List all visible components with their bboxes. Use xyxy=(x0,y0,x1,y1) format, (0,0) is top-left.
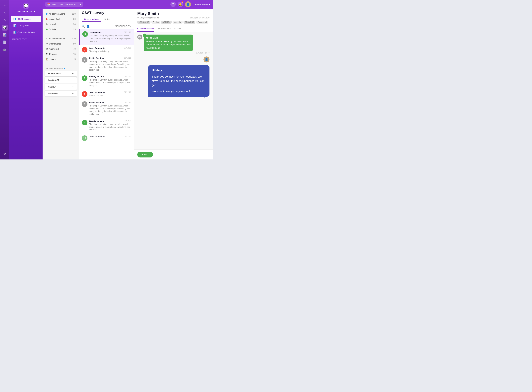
date-range-text: 16 OCT 2020 - 16 FEB 2021 xyxy=(51,3,79,6)
answered-icon: ✉ xyxy=(46,48,48,50)
email-icon: ✉ xyxy=(137,17,139,19)
filter-unanswered[interactable]: ✉ Unanswered 50 xyxy=(43,41,79,46)
sidebar: 💬 CONVERSATIONS 📊 CSAT survey 📊 Survey N… xyxy=(9,0,43,159)
sidebar-item-survey-nps[interactable]: 📊 Survey NPS xyxy=(11,23,41,28)
unsatisfied-label: Unsatisfied xyxy=(49,18,60,20)
unanswered-label: Unanswered xyxy=(49,42,61,45)
nav-home-icon[interactable]: ⌂ xyxy=(2,10,8,16)
list-item[interactable]: 10 Joeri Pansaerts 07/12/20 xyxy=(79,133,134,143)
neutral-count: 30 xyxy=(73,23,76,25)
conv-preview-no-text: No text included xyxy=(89,94,131,97)
avatar: 10 xyxy=(82,135,87,141)
conv-date: 07/12/20 xyxy=(124,31,131,34)
agent-avatar-row: 👤 xyxy=(137,56,209,62)
tab-notes[interactable]: Notes xyxy=(102,17,112,22)
sort-label: MOST RECENT xyxy=(115,25,129,27)
contact-email: ✉ Mary.smith@gmail.be xyxy=(137,17,159,19)
nav-conversations-icon[interactable]: 💬 xyxy=(2,25,8,31)
tool-icons: 🔍 👤 xyxy=(82,25,90,28)
refine-dot xyxy=(64,68,65,69)
language-label: LANGUAGE xyxy=(48,79,60,81)
detail-panel: Mary Smith ✉ Mary.smith@gmail.be Surveye… xyxy=(134,9,213,159)
list-item[interactable]: 9 Mieke Maes 07/12/20 The shop is very t… xyxy=(79,29,134,45)
tab-conversations[interactable]: Conversations xyxy=(82,17,101,22)
filter-sets-expand[interactable]: FILTER SETS + xyxy=(45,71,77,77)
incoming-message: Mieke Maes The shop is very tidy during … xyxy=(144,35,193,51)
filter-all-conversations-2[interactable]: ⬇ All conversations 120 xyxy=(43,36,79,41)
nav-contacts-icon[interactable]: ☺ xyxy=(2,17,8,23)
customer-service-icon: 📊 xyxy=(13,31,16,33)
list-item[interactable]: 9 Wendy de Vos 07/12/20 The shop is very… xyxy=(79,73,134,89)
list-item[interactable]: 8 Robin Berthier 07/12/20 The shop is ve… xyxy=(79,99,134,118)
help-button[interactable]: ? xyxy=(171,2,176,7)
message-text: The shop is very tidy during the sales, … xyxy=(146,40,191,50)
conv-name: Robin Berthier xyxy=(89,101,104,104)
list-item[interactable]: 8 Robin Berthier 07/12/20 The shop is ve… xyxy=(79,55,134,73)
body1-text: Thank you so much for your feedback. We … xyxy=(152,75,206,87)
sidebar-item-customer-service[interactable]: 📊 Customer Service xyxy=(11,29,41,35)
greeting-text: Hi Mary, xyxy=(152,68,206,73)
divider-2 xyxy=(43,64,79,64)
content-area: All conversations 120 Unsatisfied 60 Neu… xyxy=(43,9,213,159)
person-add-icon[interactable]: 👤 xyxy=(86,25,90,28)
filter-neutral[interactable]: Neutral 30 xyxy=(43,22,79,27)
send-button[interactable]: SEND xyxy=(137,152,153,158)
conv-content: Joeri Pansaerts 07/12/20 xyxy=(89,135,131,141)
sidebar-item-csat-survey[interactable]: 📊 CSAT survey xyxy=(11,16,41,22)
nav-menu-icon[interactable]: ≡ xyxy=(2,3,8,9)
conv-name: Wendy de Vos xyxy=(89,75,104,78)
segment-label: SEGMENT xyxy=(48,92,58,95)
language-tag-value: English xyxy=(152,21,160,23)
tab-notes[interactable]: NOTES xyxy=(174,26,181,32)
notification-badge: 2 xyxy=(182,1,183,3)
avatar: 9 xyxy=(82,120,87,125)
list-item[interactable]: 2 Joeri Pansaerts 07/12/20 The shop smel… xyxy=(79,45,134,55)
afficher-tout-label[interactable]: AFFICHER TOUT xyxy=(9,37,43,42)
filter-unsatisfied[interactable]: Unsatisfied 60 xyxy=(43,16,79,22)
list-item[interactable]: 9 Wendy de Vos 07/12/20 The shop is very… xyxy=(79,118,134,133)
agency-expand[interactable]: AGENCY + xyxy=(45,84,77,90)
survey-nps-icon: 📊 xyxy=(13,24,16,27)
conv-preview: The shop is very tidy during the sales, … xyxy=(89,123,131,131)
nav-bots-icon[interactable]: 🤖 xyxy=(2,47,8,52)
answered-label: Answered xyxy=(49,48,59,50)
filter-answered[interactable]: ✉ Answered 70 xyxy=(43,46,79,51)
filter-satisfied[interactable]: Satisfied 25 xyxy=(43,27,79,32)
nav-documents-icon[interactable]: 📄 xyxy=(2,39,8,45)
user-menu[interactable]: Joeri Pansaerts ▾ xyxy=(193,3,210,6)
filter-all-conversations[interactable]: All conversations 120 xyxy=(43,11,79,16)
satisfied-count: 25 xyxy=(73,28,76,31)
list-item[interactable]: 1 Joeri Pansaerts 07/12/20 No text inclu… xyxy=(79,89,134,99)
search-icon[interactable]: 🔍 xyxy=(82,25,85,28)
avatar: 9 xyxy=(82,75,87,81)
tab-conversation[interactable]: CONVERSATION xyxy=(137,26,154,32)
conversations-panel: CSAT survey Conversations Notes 🔍 👤 MOST… xyxy=(79,9,134,159)
unsatisfied-count: 60 xyxy=(73,18,76,20)
filter-notes[interactable]: 📋 Notes 5 xyxy=(43,57,79,62)
language-expand[interactable]: LANGUAGE + xyxy=(45,77,77,83)
notes-count: 5 xyxy=(75,58,76,61)
tab-responses[interactable]: RESPONSES xyxy=(158,26,171,32)
date-picker[interactable]: 📅 16 OCT 2020 - 16 FEB 2021 ▾ xyxy=(45,2,83,7)
calendar-icon: 📅 xyxy=(47,3,50,6)
contact-tags: LANGUAGE English AGENCY Marseille SEGMEN… xyxy=(137,21,209,23)
body2-text: We hope to see you again soon! xyxy=(152,89,206,94)
detail-body: MS 9 Mieke Maes The shop is very tidy du… xyxy=(134,32,213,149)
conv-name: Mieke Maes xyxy=(90,31,102,34)
conv-preview: The shop is very tidy during the sales, … xyxy=(89,79,131,87)
conv-content: Wendy de Vos 07/12/20 The shop is very t… xyxy=(89,75,131,87)
top-header: 📅 16 OCT 2020 - 16 FEB 2021 ▾ ? 🔔 2 👤 Jo… xyxy=(43,0,213,9)
csat-survey-icon: 📊 xyxy=(13,18,16,20)
sort-button[interactable]: MOST RECENT ▾ xyxy=(115,25,131,27)
date-chevron-icon: ▾ xyxy=(80,3,81,6)
conversations-title: CSAT survey xyxy=(82,11,131,15)
flagged-label: Flagged xyxy=(49,53,57,55)
conversations-tabs: Conversations Notes xyxy=(82,17,131,22)
segment-expand[interactable]: SEGMENT + xyxy=(45,91,77,97)
user-avatar[interactable]: 👤 xyxy=(185,1,191,7)
nav-settings-icon[interactable]: ⚙ xyxy=(2,151,8,157)
sidebar-logo: 💬 CONVERSATIONS xyxy=(9,3,43,12)
filter-flagged[interactable]: ⚑ Flagged 15 xyxy=(43,51,79,57)
nav-analytics-icon[interactable]: 📊 xyxy=(2,32,8,38)
segment-tag-label: SEGMENT xyxy=(184,21,195,23)
